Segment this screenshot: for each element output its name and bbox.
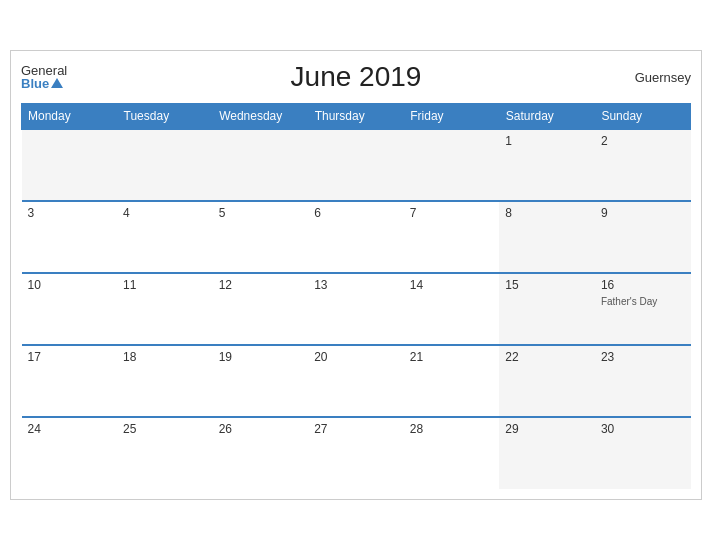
day-number: 27 [314,422,398,436]
calendar-cell: 23 [595,345,691,417]
calendar-cell [117,129,213,201]
day-number: 25 [123,422,207,436]
calendar-cell [22,129,118,201]
calendar-cell: 21 [404,345,500,417]
day-number: 26 [219,422,303,436]
calendar-cell [404,129,500,201]
day-number: 5 [219,206,303,220]
logo-triangle-icon [51,78,63,88]
calendar-cell: 20 [308,345,404,417]
calendar-cell: 24 [22,417,118,489]
calendar-cell: 7 [404,201,500,273]
region-label: Guernsey [635,70,691,85]
calendar-cell: 27 [308,417,404,489]
day-number: 30 [601,422,685,436]
day-number: 1 [505,134,589,148]
calendar-cell: 29 [499,417,595,489]
day-number: 13 [314,278,398,292]
calendar-week-row: 24252627282930 [22,417,691,489]
weekday-friday: Friday [404,104,500,130]
weekday-thursday: Thursday [308,104,404,130]
day-number: 8 [505,206,589,220]
day-event: Father's Day [601,296,685,307]
calendar-cell: 6 [308,201,404,273]
day-number: 14 [410,278,494,292]
weekday-saturday: Saturday [499,104,595,130]
calendar-cell: 8 [499,201,595,273]
calendar-cell: 14 [404,273,500,345]
calendar-container: General Blue June 2019 Guernsey Monday T… [10,50,702,500]
day-number: 15 [505,278,589,292]
calendar-cell: 12 [213,273,309,345]
calendar-cell: 19 [213,345,309,417]
calendar-cell: 17 [22,345,118,417]
day-number: 20 [314,350,398,364]
day-number: 4 [123,206,207,220]
day-number: 28 [410,422,494,436]
day-number: 6 [314,206,398,220]
weekday-monday: Monday [22,104,118,130]
calendar-cell: 11 [117,273,213,345]
calendar-body: 12345678910111213141516Father's Day17181… [22,129,691,489]
calendar-cell: 25 [117,417,213,489]
calendar-cell: 13 [308,273,404,345]
day-number: 7 [410,206,494,220]
weekday-wednesday: Wednesday [213,104,309,130]
calendar-cell: 18 [117,345,213,417]
day-number: 22 [505,350,589,364]
calendar-cell: 2 [595,129,691,201]
weekday-tuesday: Tuesday [117,104,213,130]
day-number: 16 [601,278,685,292]
calendar-cell: 30 [595,417,691,489]
calendar-cell: 5 [213,201,309,273]
calendar-cell: 26 [213,417,309,489]
calendar-cell [308,129,404,201]
day-number: 10 [28,278,112,292]
weekday-sunday: Sunday [595,104,691,130]
calendar-cell: 3 [22,201,118,273]
day-number: 11 [123,278,207,292]
calendar-cell: 1 [499,129,595,201]
logo: General Blue [21,64,67,90]
calendar-cell [213,129,309,201]
calendar-cell: 22 [499,345,595,417]
day-number: 2 [601,134,685,148]
day-number: 19 [219,350,303,364]
day-number: 23 [601,350,685,364]
calendar-cell: 16Father's Day [595,273,691,345]
calendar-header: General Blue June 2019 Guernsey [21,61,691,93]
calendar-week-row: 10111213141516Father's Day [22,273,691,345]
day-number: 3 [28,206,112,220]
calendar-week-row: 12 [22,129,691,201]
calendar-cell: 4 [117,201,213,273]
calendar-week-row: 17181920212223 [22,345,691,417]
day-number: 18 [123,350,207,364]
logo-blue-text: Blue [21,77,67,90]
calendar-cell: 28 [404,417,500,489]
calendar-cell: 9 [595,201,691,273]
day-number: 24 [28,422,112,436]
day-number: 17 [28,350,112,364]
day-number: 9 [601,206,685,220]
day-number: 21 [410,350,494,364]
day-number: 29 [505,422,589,436]
calendar-title: June 2019 [291,61,422,93]
calendar-cell: 10 [22,273,118,345]
calendar-cell: 15 [499,273,595,345]
calendar-grid: Monday Tuesday Wednesday Thursday Friday… [21,103,691,489]
weekday-header-row: Monday Tuesday Wednesday Thursday Friday… [22,104,691,130]
day-number: 12 [219,278,303,292]
calendar-week-row: 3456789 [22,201,691,273]
